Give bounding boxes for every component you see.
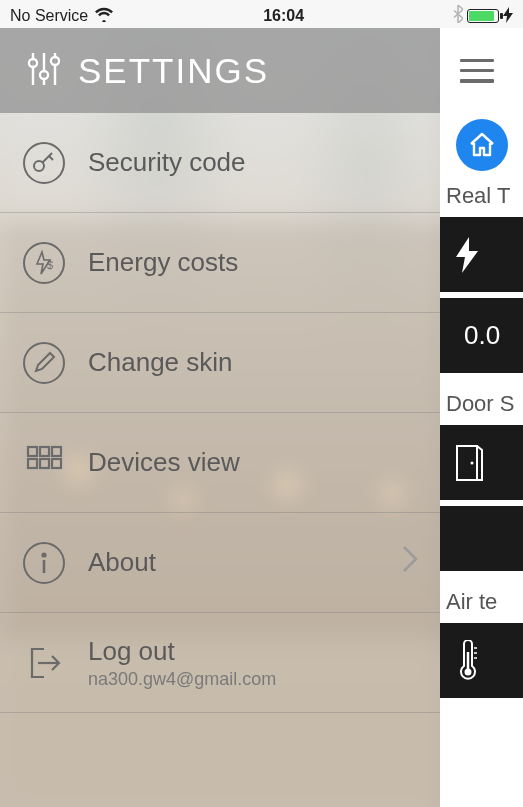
energy-cost-icon: $: [22, 241, 66, 285]
clock: 16:04: [263, 7, 304, 25]
menu-label: About: [88, 547, 380, 578]
tile-temperature[interactable]: [440, 623, 523, 698]
account-email: na300.gw4@gmail.com: [88, 669, 418, 690]
battery-icon: [467, 9, 499, 23]
menu-label: Security code: [88, 147, 418, 178]
thermometer-icon: [454, 640, 480, 682]
menu-item-logout[interactable]: Log out na300.gw4@gmail.com: [0, 613, 440, 713]
grid-icon: [22, 441, 66, 485]
status-bar: No Service 16:04: [0, 0, 523, 28]
menu-item-energy-costs[interactable]: $ Energy costs: [0, 213, 440, 313]
settings-menu: Security code $ Energy costs: [0, 113, 440, 713]
settings-title: SETTINGS: [78, 51, 269, 91]
bluetooth-icon: [453, 5, 463, 27]
menu-item-devices-view[interactable]: Devices view: [0, 413, 440, 513]
svg-line-9: [49, 156, 53, 160]
hamburger-icon[interactable]: [460, 59, 494, 83]
svg-point-1: [29, 59, 37, 67]
door-icon: [454, 444, 484, 482]
menu-label: Energy costs: [88, 247, 418, 278]
svg-rect-17: [40, 459, 49, 468]
power-value: 0.0: [454, 320, 500, 351]
menu-item-security-code[interactable]: Security code: [0, 113, 440, 213]
svg-point-3: [40, 71, 48, 79]
home-icon: [467, 130, 497, 160]
home-button[interactable]: [456, 119, 508, 171]
svg-point-12: [24, 343, 64, 383]
info-icon: [22, 541, 66, 585]
tile-door-value[interactable]: [440, 506, 523, 571]
svg-rect-23: [457, 446, 477, 480]
tile-power-value[interactable]: 0.0: [440, 298, 523, 373]
svg-point-24: [471, 461, 474, 464]
svg-rect-15: [52, 447, 61, 456]
wifi-icon: [94, 6, 114, 26]
main-content-peek[interactable]: Real T 0.0 Door S Air te: [440, 28, 523, 807]
svg-text:$: $: [47, 259, 53, 271]
svg-rect-14: [40, 447, 49, 456]
key-icon: [22, 141, 66, 185]
section-label-air: Air te: [440, 577, 523, 623]
menu-item-about[interactable]: About: [0, 513, 440, 613]
chevron-right-icon: [402, 545, 418, 580]
lightning-icon: [454, 237, 480, 273]
charging-icon: [503, 7, 513, 26]
tile-door[interactable]: [440, 425, 523, 500]
sliders-icon: [24, 49, 64, 93]
carrier-label: No Service: [10, 7, 88, 25]
svg-point-5: [51, 57, 59, 65]
settings-drawer: SETTINGS Security code: [0, 28, 440, 807]
svg-point-20: [42, 553, 45, 556]
section-label-door: Door S: [440, 379, 523, 425]
brush-icon: [22, 341, 66, 385]
section-label-realtime: Real T: [440, 171, 523, 217]
menu-item-change-skin[interactable]: Change skin: [0, 313, 440, 413]
svg-rect-13: [28, 447, 37, 456]
tile-power[interactable]: [440, 217, 523, 292]
logout-icon: [22, 641, 66, 685]
menu-label: Log out: [88, 636, 418, 667]
svg-point-10: [24, 243, 64, 283]
menu-label: Devices view: [88, 447, 418, 478]
screen: No Service 16:04: [0, 0, 523, 807]
settings-header: SETTINGS: [0, 28, 440, 113]
main-header: [440, 28, 523, 113]
menu-label: Change skin: [88, 347, 418, 378]
svg-rect-18: [52, 459, 61, 468]
svg-rect-16: [28, 459, 37, 468]
